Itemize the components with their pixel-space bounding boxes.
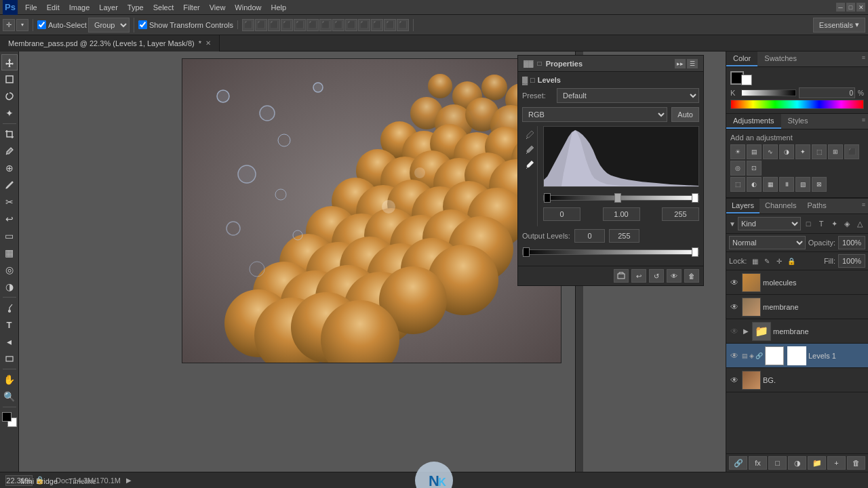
menu-edit[interactable]: Edit <box>42 2 64 13</box>
reset-button[interactable]: ↺ <box>649 269 664 283</box>
gray-point-eyedropper[interactable] <box>524 144 536 156</box>
link-layers-button[interactable]: 🔗 <box>729 456 747 470</box>
k-value-input[interactable] <box>799 87 855 98</box>
move-tool[interactable] <box>1 54 18 70</box>
menu-select[interactable]: Select <box>149 2 179 13</box>
new-layer-button[interactable]: + <box>827 456 846 470</box>
menu-image[interactable]: Image <box>64 2 95 13</box>
align-bottom-icon[interactable]: ⬛ <box>307 19 319 31</box>
menu-type[interactable]: Type <box>123 2 149 13</box>
tab-color[interactable]: Color <box>726 52 757 66</box>
mid-input-handle[interactable] <box>614 193 621 203</box>
delete-layer-button[interactable]: 🗑 <box>847 456 865 470</box>
toggle-visibility-button[interactable]: 👁 <box>667 269 682 283</box>
color-balance-icon[interactable]: ⊞ <box>828 144 843 159</box>
filter-pixel-icon[interactable]: □ <box>803 218 814 229</box>
align-top-icon[interactable]: ⬛ <box>281 19 293 31</box>
distribute-v-icon[interactable]: ⬛ <box>371 19 383 31</box>
distribute-h-icon[interactable]: ⬛ <box>332 19 344 31</box>
history-brush-tool[interactable]: ↩ <box>1 211 18 227</box>
delete-adjustment-button[interactable]: 🗑 <box>684 269 699 283</box>
close-button[interactable]: ✕ <box>856 3 865 12</box>
add-style-button[interactable]: fx <box>749 456 767 470</box>
align-center-v-icon[interactable]: ⬛ <box>294 19 306 31</box>
auto-select-checkbox[interactable] <box>37 20 46 29</box>
align-right-icon[interactable]: ⬛ <box>268 19 280 31</box>
eyedropper-tool[interactable] <box>1 143 18 159</box>
tab-styles[interactable]: Styles <box>781 114 815 129</box>
layers-panel-menu[interactable]: ≡ <box>859 199 868 214</box>
selective-color-icon[interactable]: ⊠ <box>812 177 827 192</box>
posterize-icon[interactable]: ▦ <box>763 177 778 192</box>
canvas-area[interactable]: ▓▓ □ Properties ▸▸ ☰ ▓ □ Levels P <box>19 52 726 472</box>
auto-align-icon[interactable]: ⬛ <box>397 19 409 31</box>
input-black-value[interactable] <box>543 207 580 221</box>
magic-wand-tool[interactable]: ✦ <box>1 105 18 121</box>
timeline-tab[interactable]: Timeline <box>67 477 98 485</box>
k-slider[interactable] <box>741 89 796 96</box>
color-panel-menu[interactable]: ≡ <box>859 52 868 66</box>
properties-panel-header[interactable]: ▓▓ □ Properties ▸▸ ☰ <box>518 56 703 72</box>
minimize-button[interactable]: ─ <box>836 3 845 12</box>
menu-filter[interactable]: Filter <box>178 2 204 13</box>
layer-item-membrane-group[interactable]: 👁 ▶ 📁 membrane <box>726 319 868 344</box>
exposure-icon[interactable]: ◑ <box>779 144 794 159</box>
gradient-map-icon[interactable]: ▧ <box>795 177 810 192</box>
restore-button[interactable]: □ <box>846 3 855 12</box>
filter-shape-icon[interactable]: △ <box>854 218 865 229</box>
white-input-handle[interactable] <box>692 193 698 203</box>
hue-saturation-icon[interactable]: ⬚ <box>812 144 827 159</box>
tab-close-button[interactable]: ✕ <box>205 39 211 47</box>
eraser-tool[interactable]: ▭ <box>1 228 18 244</box>
tab-swatches[interactable]: Swatches <box>757 52 804 66</box>
output-white-value[interactable] <box>609 229 639 243</box>
input-white-value[interactable] <box>662 207 699 221</box>
properties-expand-button[interactable]: ▸▸ <box>675 59 686 68</box>
zoom-tool[interactable]: 🔍 <box>1 388 18 405</box>
auto-button[interactable]: Auto <box>671 107 699 122</box>
menu-help[interactable]: Help <box>266 2 291 13</box>
previous-state-button[interactable]: ↩ <box>631 269 646 283</box>
lock-position-icon[interactable]: ✛ <box>774 256 785 266</box>
layer-item-levels1[interactable]: 👁 ▤ ◈ 🔗 Levels 1 <box>726 344 868 368</box>
move-tool-icon[interactable]: ✛ <box>3 19 15 31</box>
distribute-left-icon[interactable]: ⬛ <box>319 19 332 31</box>
black-input-handle[interactable] <box>544 193 551 203</box>
new-group-button[interactable]: 📁 <box>808 456 826 470</box>
crop-tool[interactable] <box>1 126 18 142</box>
distribute-top-icon[interactable]: ⬛ <box>358 19 370 31</box>
menu-window[interactable]: Window <box>230 2 266 13</box>
channel-mixer-icon[interactable]: ⊡ <box>747 161 762 176</box>
layer-visibility-membrane-group[interactable]: 👁 <box>729 326 740 337</box>
white-point-eyedropper[interactable] <box>524 159 536 171</box>
tab-paths[interactable]: Paths <box>802 199 832 214</box>
input-mid-value[interactable] <box>603 207 640 221</box>
distribute-bottom-icon[interactable]: ⬛ <box>384 19 396 31</box>
healing-brush-tool[interactable]: ⊕ <box>1 160 18 176</box>
essentials-button[interactable]: Essentials ▾ <box>813 18 865 33</box>
shape-tool[interactable] <box>1 350 18 367</box>
blend-mode-select[interactable]: Normal <box>729 236 806 249</box>
fill-input[interactable] <box>838 254 865 268</box>
layer-visibility-bg[interactable]: 👁 <box>729 375 740 386</box>
layer-item-molecules[interactable]: 👁 molecules <box>726 270 868 295</box>
tab-layers[interactable]: Layers <box>726 199 760 214</box>
hand-tool[interactable]: ✋ <box>1 371 18 388</box>
vibrance-icon[interactable]: ✦ <box>795 144 810 159</box>
clone-stamp-tool[interactable]: ✂ <box>1 194 18 210</box>
new-adjustment-button[interactable]: ◑ <box>788 456 806 470</box>
channel-select[interactable]: RGB <box>522 107 667 122</box>
layer-item-membrane[interactable]: 👁 membrane <box>726 295 868 319</box>
filter-kind-select[interactable]: Kind <box>738 217 801 230</box>
layer-visibility-molecules[interactable]: 👁 <box>729 277 740 288</box>
gradient-tool[interactable]: ▦ <box>1 245 18 261</box>
layer-mask-levels1[interactable] <box>787 346 806 365</box>
lasso-tool[interactable] <box>1 88 18 104</box>
path-selection-tool[interactable]: ◂ <box>1 333 18 350</box>
color-spectrum[interactable] <box>730 100 864 109</box>
filter-adjustment-icon[interactable]: ✦ <box>829 218 840 229</box>
output-white-handle[interactable] <box>692 247 698 257</box>
tab-adjustments[interactable]: Adjustments <box>726 114 781 129</box>
curves-icon[interactable]: ∿ <box>763 144 778 159</box>
layer-item-bg[interactable]: 👁 BG. <box>726 368 868 392</box>
